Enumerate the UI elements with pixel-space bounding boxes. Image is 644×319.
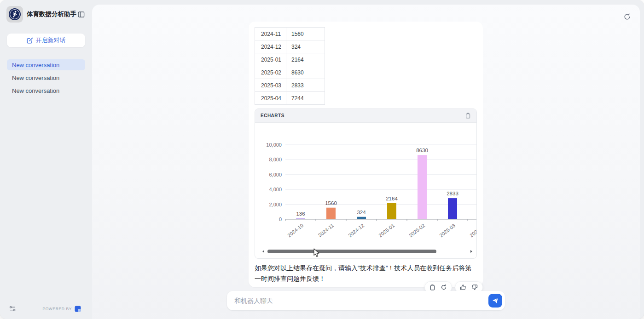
copy-icon bbox=[465, 113, 471, 119]
scroll-right-arrow[interactable] bbox=[469, 249, 474, 254]
message-text: 如果您对以上结果存在疑问，请输入“技术排查”！技术人员在收到任务后将第一时间排查… bbox=[255, 263, 477, 284]
table-row: 2025-012164 bbox=[255, 53, 325, 66]
table-cell: 2833 bbox=[286, 79, 325, 92]
sidebar-header: 体育数据分析助手 bbox=[0, 0, 92, 23]
svg-text:8,000: 8,000 bbox=[269, 157, 282, 162]
table-row: 2025-047244 bbox=[255, 92, 325, 105]
svg-text:2025-01: 2025-01 bbox=[377, 222, 395, 238]
thumbs-down-icon[interactable] bbox=[471, 284, 478, 291]
sidebar-footer: POWERED BY bbox=[0, 305, 92, 319]
panel-left-icon bbox=[78, 11, 85, 18]
app-logo bbox=[6, 6, 23, 23]
regenerate-icon[interactable] bbox=[441, 284, 447, 291]
settings-sliders-icon[interactable] bbox=[9, 305, 16, 312]
send-icon bbox=[492, 297, 499, 304]
table-cell: 324 bbox=[286, 40, 325, 53]
svg-text:2025-02: 2025-02 bbox=[408, 222, 426, 238]
new-conversation-label: 开启新对话 bbox=[36, 36, 66, 45]
table-cell: 1560 bbox=[286, 28, 325, 40]
svg-text:2833: 2833 bbox=[447, 191, 458, 196]
table-row: 2025-028630 bbox=[255, 66, 325, 79]
powered-by: POWERED BY bbox=[42, 306, 81, 312]
table-cell: 2025-04 bbox=[255, 92, 286, 105]
svg-text:0: 0 bbox=[279, 216, 282, 222]
svg-text:8630: 8630 bbox=[416, 148, 428, 153]
svg-text:2024-11: 2024-11 bbox=[317, 222, 335, 238]
app-window: 体育数据分析助手 开启新对话 New conversationNew conve… bbox=[0, 0, 644, 319]
reset-conversation-button[interactable] bbox=[622, 12, 632, 21]
table-cell: 2025-02 bbox=[255, 66, 286, 79]
table-cell: 2025-03 bbox=[255, 79, 286, 92]
copy-chart-button[interactable] bbox=[465, 113, 471, 119]
table-cell: 2025-01 bbox=[255, 53, 286, 66]
table-row: 2024-12324 bbox=[255, 40, 325, 53]
chat-input-bar bbox=[227, 291, 505, 310]
echarts-title: ECHARTS bbox=[261, 113, 284, 118]
send-button[interactable] bbox=[488, 294, 502, 308]
svg-text:2164: 2164 bbox=[386, 196, 398, 201]
bar-chart: 02,0004,0006,0008,00010,0001362024-10156… bbox=[255, 123, 477, 248]
chart-scrollbar bbox=[255, 248, 476, 256]
main-chat-area: 2024-1115602024-123242025-0121642025-028… bbox=[92, 5, 640, 319]
svg-text:2024-10: 2024-10 bbox=[286, 222, 304, 238]
app-title: 体育数据分析助手 bbox=[27, 10, 76, 18]
svg-text:324: 324 bbox=[357, 210, 366, 215]
triangle-right-icon bbox=[470, 250, 473, 253]
refresh-icon bbox=[623, 13, 631, 21]
assistant-message: 2024-1115602024-123242025-0121642025-028… bbox=[249, 22, 483, 287]
svg-text:4,000: 4,000 bbox=[269, 187, 282, 192]
sidebar-item-conversation[interactable]: New conversation bbox=[7, 85, 85, 96]
chat-input[interactable] bbox=[233, 296, 488, 305]
svg-text:1560: 1560 bbox=[325, 200, 337, 206]
sidebar-item-conversation[interactable]: New conversation bbox=[7, 59, 85, 70]
window: 体育数据分析助手 开启新对话 New conversationNew conve… bbox=[0, 0, 644, 319]
sidebar-item-conversation[interactable]: New conversation bbox=[7, 72, 85, 83]
table-row: 2025-032833 bbox=[255, 79, 325, 92]
scroll-left-arrow[interactable] bbox=[261, 249, 266, 254]
runner-icon bbox=[8, 7, 22, 21]
collapse-sidebar-button[interactable] bbox=[76, 10, 86, 19]
result-table: 2024-1115602024-123242025-0121642025-028… bbox=[255, 27, 325, 105]
svg-text:6,000: 6,000 bbox=[269, 172, 282, 177]
table-cell: 2024-11 bbox=[255, 28, 286, 40]
dify-logo-icon bbox=[75, 306, 81, 312]
triangle-left-icon bbox=[261, 250, 265, 253]
svg-text:2025-03: 2025-03 bbox=[438, 222, 456, 238]
table-cell: 7244 bbox=[286, 92, 325, 105]
svg-text:10,000: 10,000 bbox=[266, 142, 282, 148]
table-cell: 2164 bbox=[286, 53, 325, 66]
svg-text:2025-04: 2025-04 bbox=[469, 222, 477, 238]
table-row: 2024-111560 bbox=[255, 28, 325, 40]
svg-text:2,000: 2,000 bbox=[269, 202, 282, 207]
conversation-list: New conversationNew conversationNew conv… bbox=[7, 59, 85, 96]
powered-by-label: POWERED BY bbox=[42, 307, 72, 311]
svg-text:136: 136 bbox=[296, 211, 305, 216]
scrollbar-thumb[interactable] bbox=[267, 250, 436, 253]
sidebar: 体育数据分析助手 开启新对话 New conversationNew conve… bbox=[0, 0, 92, 319]
echarts-block: ECHARTS 02,0004,0006,0008,00010,00013620… bbox=[255, 108, 477, 259]
table-cell: 2024-12 bbox=[255, 40, 286, 53]
table-cell: 8630 bbox=[286, 66, 325, 79]
svg-text:2024-12: 2024-12 bbox=[347, 222, 365, 238]
new-conversation-button[interactable]: 开启新对话 bbox=[7, 34, 85, 47]
thumbs-up-icon[interactable] bbox=[460, 284, 466, 291]
edit-new-chat-icon bbox=[27, 37, 33, 44]
copy-message-icon[interactable] bbox=[429, 284, 435, 291]
echarts-header: ECHARTS bbox=[255, 109, 476, 123]
